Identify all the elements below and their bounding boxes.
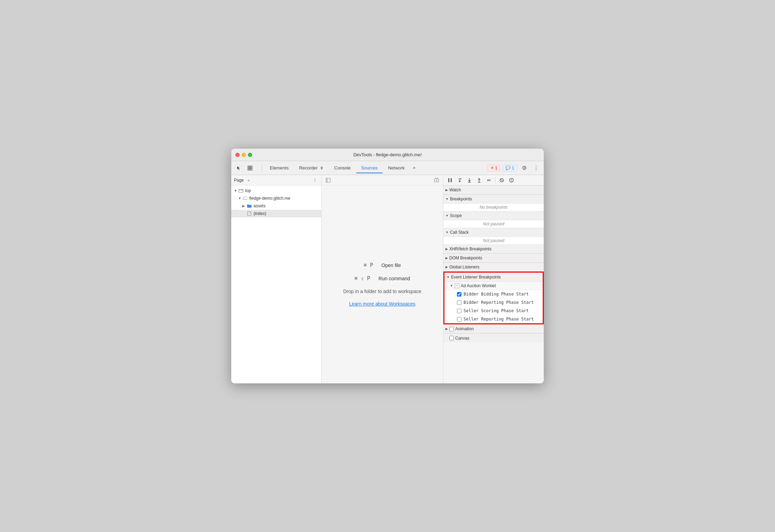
inspect-icon[interactable] [245, 163, 255, 173]
breakpoints-arrow: ▼ [445, 197, 449, 201]
seller-scoring-label: Seller Scoring Phase Start [464, 308, 529, 313]
canvas-checkbox[interactable] [449, 336, 454, 340]
error-count: 1 [495, 166, 498, 171]
tree-item-index[interactable]: (index) [231, 210, 321, 217]
tab-console[interactable]: Console [329, 163, 356, 173]
error-badge[interactable]: ✕ 1 [488, 165, 501, 172]
open-file-label: Open file [382, 263, 401, 268]
watch-label: Watch [449, 188, 461, 192]
recorder-icon: 🎙 [320, 166, 324, 170]
svg-rect-3 [250, 168, 252, 170]
info-badge[interactable]: 💬 1 [502, 165, 517, 172]
run-command-label: Run command [378, 276, 410, 281]
minimize-button[interactable] [242, 153, 246, 157]
deactivate-breakpoints-button[interactable] [497, 176, 506, 185]
callstack-content: Not paused [443, 237, 544, 244]
ad-auction-subsection[interactable]: ▼ − Ad Auction Worklet [444, 282, 543, 290]
panel-menu-icon[interactable]: ⋮ [311, 177, 318, 184]
breakpoints-content: No breakpoints [443, 203, 544, 211]
debug-toolbar [443, 175, 544, 185]
workspace-link[interactable]: Learn more about Workspaces [349, 301, 415, 307]
right-panel: ▶ Watch ▼ Breakpoints No breakpoints ▼ S… [443, 175, 544, 383]
titlebar: DevTools - fledge-demo.glitch.me/ [231, 149, 544, 161]
animation-checkbox[interactable] [449, 327, 454, 331]
bidder-reporting-row: Bidder Reporting Phase Start [444, 298, 543, 307]
step-out-button[interactable] [475, 176, 484, 185]
close-button[interactable] [235, 153, 240, 157]
svg-line-18 [500, 179, 503, 182]
editor-content: ⌘ P Open file ⌘ ⇧ P Run command Drop in … [322, 185, 443, 383]
step-over-button[interactable] [455, 176, 464, 185]
settings-icon[interactable]: ⚙ [519, 163, 529, 173]
bidder-bidding-label: Bidder Bidding Phase Start [464, 292, 529, 297]
svg-rect-1 [250, 166, 252, 168]
section-canvas[interactable]: ▶ Canvas [443, 333, 544, 342]
callstack-empty: Not paused [480, 236, 507, 245]
event-listener-header[interactable]: ▼ Event Listener Breakpoints [444, 273, 543, 282]
section-scope[interactable]: ▼ Scope [443, 211, 544, 220]
panel-expand-icon[interactable]: » [245, 177, 252, 184]
ad-auction-arrow: ▼ [450, 284, 453, 288]
section-xhr[interactable]: ▶ XHR/fetch Breakpoints [443, 244, 544, 253]
file-tree: ▼ top ▼ [231, 185, 321, 383]
breakpoints-label: Breakpoints [450, 197, 472, 201]
tab-more[interactable]: » [410, 163, 418, 173]
panel-header: Page » ⋮ [231, 175, 321, 185]
breakpoints-empty: No breakpoints [477, 203, 510, 212]
collapse-sidebar-icon[interactable] [324, 176, 332, 184]
drop-text: Drop in a folder to add to workspace [343, 289, 422, 294]
more-options-icon[interactable]: ⋮ [531, 163, 541, 173]
section-watch[interactable]: ▶ Watch [443, 185, 544, 194]
error-icon: ✕ [491, 166, 494, 170]
tree-item-top[interactable]: ▼ top [231, 187, 321, 194]
maximize-button[interactable] [248, 153, 252, 157]
info-count: 1 [512, 166, 514, 171]
pause-button[interactable] [445, 176, 455, 185]
tab-sources[interactable]: Sources [356, 163, 383, 173]
global-arrow: ▶ [445, 265, 448, 269]
event-listener-arrow: ▼ [447, 275, 450, 279]
tree-item-assets[interactable]: ▶ assets [231, 202, 321, 210]
bidder-reporting-label: Bidder Reporting Phase Start [464, 300, 534, 305]
tree-arrow: ▼ [234, 189, 238, 192]
tree-item-domain[interactable]: ▼ fledge-demo.glitch.me [231, 194, 321, 202]
section-global[interactable]: ▶ Global Listeners [443, 263, 544, 272]
step-button[interactable] [484, 176, 493, 185]
seller-scoring-row: Seller Scoring Phase Start [444, 307, 543, 315]
seller-scoring-checkbox[interactable] [457, 309, 461, 313]
run-command-shortcut: ⌘ ⇧ P Run command [355, 275, 410, 282]
tree-label-index: (index) [253, 211, 266, 216]
right-content: ▶ Watch ▼ Breakpoints No breakpoints ▼ S… [443, 185, 544, 383]
section-dom[interactable]: ▶ DOM Breakpoints [443, 253, 544, 263]
svg-point-21 [511, 181, 512, 182]
ad-auction-minus[interactable]: − [455, 283, 459, 288]
run-command-key: ⌘ ⇧ P [355, 275, 370, 282]
cursor-icon[interactable] [234, 163, 244, 173]
global-label: Global Listeners [449, 265, 480, 269]
bidder-reporting-checkbox[interactable] [457, 300, 461, 305]
open-tab-icon[interactable] [433, 176, 440, 184]
folder-icon [247, 203, 252, 209]
dont-pause-exceptions-button[interactable] [507, 176, 516, 185]
bidder-bidding-checkbox[interactable] [457, 292, 461, 297]
tab-recorder[interactable]: Recorder 🎙 [294, 163, 328, 173]
animation-arrow: ▶ [445, 327, 448, 331]
section-callstack[interactable]: ▼ Call Stack [443, 228, 544, 237]
scope-arrow: ▼ [445, 214, 449, 217]
svg-rect-0 [248, 166, 250, 168]
step-into-button[interactable] [465, 176, 474, 185]
tab-network[interactable]: Network [383, 163, 410, 173]
tree-label-domain: fledge-demo.glitch.me [249, 196, 290, 201]
tree-label-top: top [245, 188, 251, 193]
scope-empty: Not paused [480, 219, 507, 228]
scope-content: Not paused [443, 220, 544, 228]
debug-separator [495, 177, 495, 183]
section-animation[interactable]: ▶ Animation [443, 324, 544, 333]
svg-rect-4 [239, 189, 243, 192]
section-breakpoints[interactable]: ▼ Breakpoints [443, 194, 544, 203]
window-title: DevTools - fledge-demo.glitch.me/ [353, 152, 422, 157]
tab-elements[interactable]: Elements [265, 163, 293, 173]
toolbar-separator [262, 165, 262, 172]
animation-label: Animation [455, 326, 474, 331]
seller-reporting-checkbox[interactable] [457, 317, 461, 322]
